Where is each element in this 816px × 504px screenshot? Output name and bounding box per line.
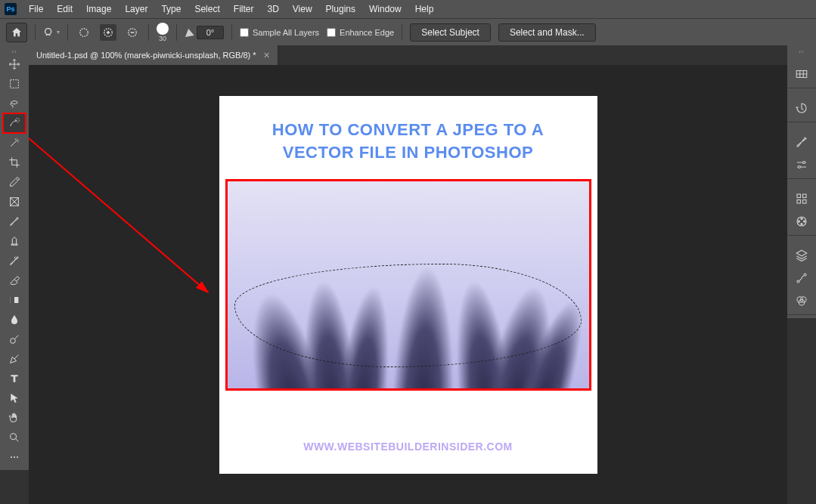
- separator: [67, 24, 68, 41]
- brush-size-label: 30: [159, 35, 166, 42]
- add-to-selection-icon[interactable]: [100, 24, 116, 41]
- select-and-mask-button[interactable]: Select and Mask...: [498, 23, 596, 42]
- dodge-tool[interactable]: [3, 329, 26, 349]
- eraser-tool[interactable]: [3, 271, 26, 290]
- magic-wand-tool[interactable]: [3, 133, 26, 153]
- artboard: HOW TO CONVERT A JPEG TO A VECTOR FILE I…: [219, 96, 597, 474]
- paths-icon[interactable]: [793, 269, 811, 287]
- enhance-edge-input[interactable]: [327, 28, 336, 37]
- type-tool[interactable]: [3, 369, 26, 388]
- crop-tool[interactable]: [3, 153, 26, 172]
- marquee-tool[interactable]: [3, 74, 26, 94]
- subtract-from-selection-icon[interactable]: [124, 24, 141, 41]
- zoom-tool[interactable]: [3, 428, 26, 447]
- svg-point-1: [80, 28, 88, 36]
- color-icon[interactable]: [793, 212, 811, 230]
- history-icon[interactable]: [793, 99, 811, 117]
- gradient-tool[interactable]: [3, 290, 26, 310]
- brush-tool[interactable]: [3, 212, 26, 231]
- separator: [148, 24, 149, 41]
- lasso-tool[interactable]: [3, 94, 26, 113]
- channels-icon[interactable]: [793, 292, 811, 310]
- tool-preset-picker[interactable]: ▾: [43, 24, 60, 41]
- move-tool[interactable]: [3, 54, 26, 74]
- menu-image[interactable]: Image: [80, 2, 117, 17]
- svg-point-12: [14, 456, 15, 458]
- document-tab-bar: Untitled-1.psd @ 100% (marek-piwnicki-un…: [0, 45, 816, 65]
- brush-angle[interactable]: [185, 26, 224, 39]
- menu-select[interactable]: Select: [188, 2, 225, 17]
- app-logo: Ps: [5, 3, 17, 15]
- brush-settings-icon[interactable]: [793, 156, 811, 174]
- svg-rect-8: [11, 297, 14, 303]
- quick-selection-tool[interactable]: [3, 113, 26, 133]
- menu-bar: Ps File Edit Image Layer Type Select Fil…: [0, 0, 816, 18]
- blur-tool[interactable]: [3, 310, 26, 329]
- select-subject-button[interactable]: Select Subject: [410, 23, 491, 42]
- image-highlight-frame: [225, 179, 591, 391]
- panel-handle-icon[interactable]: ‹‹: [790, 48, 813, 54]
- brushes-icon[interactable]: [793, 133, 811, 151]
- menu-help[interactable]: Help: [409, 2, 440, 17]
- panels-rail: ‹‹: [787, 45, 816, 318]
- svg-rect-20: [803, 200, 807, 204]
- sample-all-layers-input[interactable]: [240, 28, 249, 37]
- swatches-icon[interactable]: [793, 190, 811, 208]
- svg-point-26: [797, 280, 799, 283]
- svg-point-11: [11, 456, 12, 458]
- hand-tool[interactable]: [3, 408, 26, 428]
- document-tab[interactable]: Untitled-1.psd @ 100% (marek-piwnicki-un…: [29, 45, 278, 65]
- menu-file[interactable]: File: [23, 2, 49, 17]
- separator: [402, 24, 402, 41]
- menu-view[interactable]: View: [287, 2, 318, 17]
- clone-stamp-tool[interactable]: [3, 231, 26, 251]
- headline-line1: HOW TO CONVERT A JPEG TO A: [219, 119, 597, 142]
- tools-panel: ››: [0, 45, 29, 470]
- sample-all-layers-checkbox[interactable]: Sample All Layers: [240, 28, 319, 37]
- panel-handle-icon[interactable]: ››: [3, 48, 26, 54]
- artboard-headline: HOW TO CONVERT A JPEG TO A VECTOR FILE I…: [219, 119, 597, 165]
- brush-picker[interactable]: 30: [157, 23, 169, 42]
- svg-point-10: [11, 434, 17, 440]
- sample-all-layers-label: Sample All Layers: [253, 28, 319, 37]
- close-tab-icon[interactable]: ×: [264, 49, 270, 61]
- svg-point-25: [801, 224, 802, 225]
- artboard-footer-url: WWW.WEBSITEBUILDERINSIDER.COM: [219, 441, 597, 453]
- menu-type[interactable]: Type: [155, 2, 187, 17]
- eyedropper-tool[interactable]: [3, 172, 26, 192]
- document-tab-title: Untitled-1.psd @ 100% (marek-piwnicki-un…: [36, 51, 256, 60]
- menu-edit[interactable]: Edit: [51, 2, 79, 17]
- canvas-area[interactable]: HOW TO CONVERT A JPEG TO A VECTOR FILE I…: [29, 65, 787, 504]
- menu-plugins[interactable]: Plugins: [320, 2, 361, 17]
- menu-3d[interactable]: 3D: [261, 2, 284, 17]
- svg-point-22: [801, 218, 802, 219]
- angle-input[interactable]: [197, 26, 224, 39]
- options-bar: ▾ 30 Sample All Layers Enhance Edge Sele…: [0, 18, 816, 45]
- separator: [176, 24, 177, 41]
- layers-icon[interactable]: [793, 246, 811, 264]
- headline-line2: VECTOR FILE IN PHOTOSHOP: [219, 141, 597, 165]
- svg-rect-17: [797, 194, 801, 198]
- svg-point-27: [804, 274, 806, 276]
- new-selection-icon[interactable]: [76, 24, 92, 41]
- path-selection-tool[interactable]: [3, 388, 26, 408]
- enhance-edge-checkbox[interactable]: Enhance Edge: [327, 28, 394, 37]
- home-button[interactable]: [6, 23, 27, 42]
- guides-icon[interactable]: [793, 65, 811, 83]
- svg-point-9: [11, 339, 16, 344]
- svg-rect-19: [797, 200, 801, 204]
- svg-rect-4: [11, 80, 19, 88]
- brush-dot-icon: [157, 23, 169, 35]
- svg-point-15: [803, 162, 805, 164]
- menu-filter[interactable]: Filter: [228, 2, 260, 17]
- frame-tool[interactable]: [3, 192, 26, 212]
- history-brush-tool[interactable]: [3, 251, 26, 271]
- svg-point-16: [799, 166, 801, 169]
- edit-toolbar-icon[interactable]: [3, 447, 26, 467]
- menu-window[interactable]: Window: [363, 2, 408, 17]
- enhance-edge-label: Enhance Edge: [340, 28, 394, 37]
- svg-point-24: [798, 221, 799, 222]
- pen-tool[interactable]: [3, 349, 26, 369]
- menu-layer[interactable]: Layer: [119, 2, 154, 17]
- svg-point-23: [804, 221, 805, 222]
